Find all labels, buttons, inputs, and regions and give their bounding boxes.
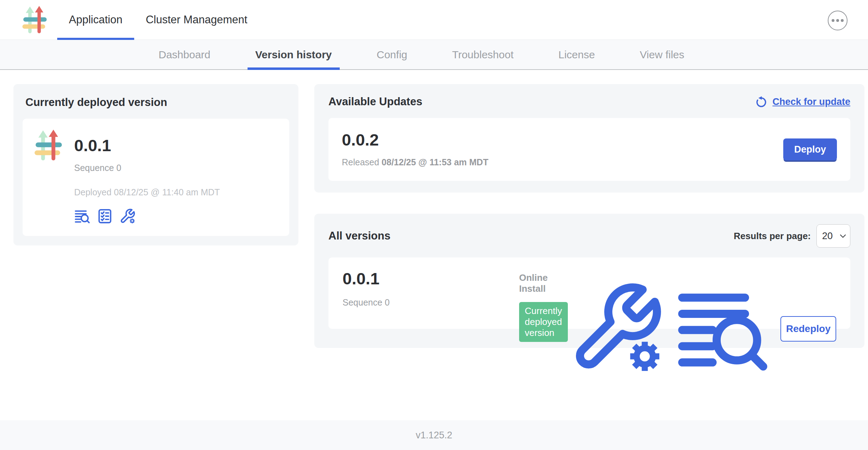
app-logo-icon [21, 6, 49, 34]
subnav-dashboard[interactable]: Dashboard [159, 40, 210, 69]
tab-cluster-management[interactable]: Cluster Management [134, 0, 259, 40]
version-history-page: Currently deployed version 0.0.1 Sequenc… [0, 70, 868, 420]
subnav-license[interactable]: License [558, 40, 595, 69]
redeploy-button[interactable]: Redeploy [780, 316, 836, 342]
row-version-number: 0.0.1 [343, 270, 519, 287]
preflight-checks-icon[interactable] [97, 208, 113, 224]
view-logs-icon[interactable] [74, 208, 90, 224]
view-logs-icon[interactable] [674, 279, 771, 378]
status-badge: Currently deployed version [519, 302, 568, 342]
chevron-down-icon [840, 234, 846, 238]
check-for-update-link[interactable]: Check for update [755, 95, 850, 108]
update-version-number: 0.0.2 [342, 131, 488, 148]
deployed-card-title: Currently deployed version [25, 96, 289, 109]
all-versions-card: All versions Results per page: 20 0.0.1 … [314, 214, 864, 348]
subnav-view-files[interactable]: View files [640, 40, 684, 69]
deployed-sequence: Sequence 0 [74, 163, 220, 173]
deployed-action-icons [74, 208, 220, 224]
app-logo-icon [33, 129, 65, 161]
more-options-button[interactable] [828, 11, 848, 30]
available-updates-title: Available Updates [328, 95, 422, 108]
subnav-config[interactable]: Config [377, 40, 408, 69]
deployed-timestamp: Deployed 08/12/25 @ 11:40 am MDT [74, 187, 220, 197]
right-column: Available Updates Check for update 0.0.2… [314, 84, 864, 420]
row-sequence: Sequence 0 [343, 297, 519, 308]
currently-deployed-card: Currently deployed version 0.0.1 Sequenc… [13, 84, 298, 245]
deployed-version-panel: 0.0.1 Sequence 0 Deployed 08/12/25 @ 11:… [23, 119, 289, 236]
ellipsis-icon [832, 19, 834, 22]
edit-config-icon[interactable] [119, 208, 136, 224]
install-type-label: Online Install [519, 272, 568, 294]
results-per-page-select[interactable]: 20 [816, 224, 850, 248]
refresh-icon [755, 95, 767, 108]
results-per-page-label: Results per page: [734, 231, 811, 242]
edit-config-icon[interactable] [568, 279, 665, 378]
all-versions-title: All versions [328, 230, 391, 242]
top-navbar: Application Cluster Management [0, 0, 868, 40]
available-updates-card: Available Updates Check for update 0.0.2… [314, 84, 864, 193]
version-row: 0.0.1 Sequence 0 Online Install Currentl… [328, 257, 850, 329]
deployed-version-number: 0.0.1 [74, 137, 220, 154]
deploy-button[interactable]: Deploy [783, 138, 837, 160]
console-version: v1.125.2 [416, 430, 452, 441]
subnav-version-history[interactable]: Version history [255, 40, 332, 69]
subnav-troubleshoot[interactable]: Troubleshoot [452, 40, 513, 69]
tab-cluster-management-label: Cluster Management [146, 13, 248, 26]
tab-application-label: Application [69, 13, 123, 26]
tab-application[interactable]: Application [57, 0, 134, 40]
topnav-tabs: Application Cluster Management [57, 0, 259, 40]
console-footer: v1.125.2 [0, 420, 868, 450]
update-row: 0.0.2 Released 08/12/25 @ 11:53 am MDT D… [328, 118, 850, 181]
app-subnav: Dashboard Version history Config Trouble… [0, 40, 868, 70]
update-released-timestamp: Released 08/12/25 @ 11:53 am MDT [342, 157, 488, 167]
